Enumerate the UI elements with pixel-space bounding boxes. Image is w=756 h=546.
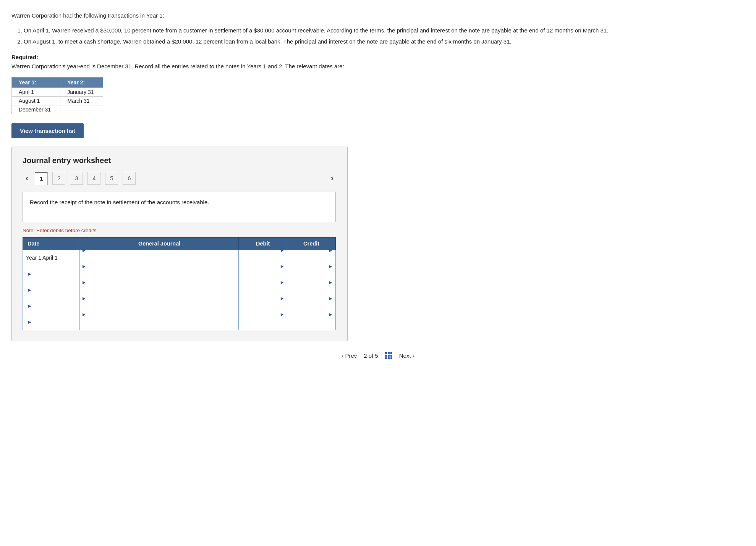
row5-date-arrow: ► xyxy=(26,319,32,325)
row1-credit-input[interactable] xyxy=(287,253,333,269)
row1-debit-arrow: ► xyxy=(278,247,285,253)
intro-item2: On August 1, to meet a cash shortage, Wa… xyxy=(24,37,745,47)
row2-journal-arrow: ► xyxy=(80,263,86,269)
row2-credit-input[interactable] xyxy=(287,269,333,285)
next-button[interactable]: Next › xyxy=(399,352,414,359)
worksheet-container: Journal entry worksheet ‹ 1 2 3 4 5 6 › … xyxy=(11,147,348,341)
year1-date-2: August 1 xyxy=(12,96,60,105)
col-journal-header: General Journal xyxy=(80,237,238,250)
tabs-row: ‹ 1 2 3 4 5 6 › xyxy=(23,172,337,185)
row1-journal-input[interactable] xyxy=(80,253,238,269)
row1-credit-arrow: ► xyxy=(327,247,333,253)
row2-journal-input[interactable] xyxy=(80,269,238,285)
year1-date-3: December 31 xyxy=(12,105,60,114)
row5-journal-arrow: ► xyxy=(80,312,86,317)
row2-debit-arrow: ► xyxy=(278,263,285,269)
dates-table: Year 1: Year 2: April 1 January 31 Augus… xyxy=(11,77,103,114)
tab-prev-arrow[interactable]: ‹ xyxy=(23,173,31,184)
row3-debit-arrow: ► xyxy=(278,279,285,285)
row5-date: ► xyxy=(23,314,80,330)
row4-credit-arrow: ► xyxy=(327,296,333,301)
row5-credit-input[interactable] xyxy=(287,317,333,333)
tab-2[interactable]: 2 xyxy=(52,172,65,185)
tab-3[interactable]: 3 xyxy=(70,172,83,185)
view-transaction-list-button[interactable]: View transaction list xyxy=(11,123,84,138)
row2-credit-arrow: ► xyxy=(327,263,333,269)
worksheet-title: Journal entry worksheet xyxy=(23,156,337,165)
next-arrow-icon: › xyxy=(413,352,414,359)
row3-journal-input[interactable] xyxy=(80,285,238,301)
year2-date-2: March 31 xyxy=(60,96,103,105)
table-row: Year 1 April 1 ► ► ► xyxy=(23,250,336,266)
row5-credit-arrow: ► xyxy=(327,312,333,317)
row4-credit-input[interactable] xyxy=(287,301,333,317)
row3-journal-arrow: ► xyxy=(80,279,86,285)
row1-journal-input-cell[interactable]: ► xyxy=(80,250,238,266)
page-indicator: 2 of 5 xyxy=(364,352,378,359)
row1-date: Year 1 April 1 xyxy=(23,250,80,266)
tab-5[interactable]: 5 xyxy=(105,172,118,185)
row2-date: ► xyxy=(23,266,80,282)
grid-icon xyxy=(385,352,392,359)
row1-debit-input[interactable] xyxy=(239,253,285,269)
tab-4[interactable]: 4 xyxy=(87,172,100,185)
row1-journal-arrow: ► xyxy=(80,247,86,253)
row3-date-arrow: ► xyxy=(26,287,32,293)
bottom-nav: ‹ Prev 2 of 5 Next › xyxy=(11,352,745,359)
prev-button[interactable]: ‹ Prev xyxy=(342,352,357,359)
row5-debit-input[interactable] xyxy=(239,317,285,333)
row5-journal-input[interactable] xyxy=(80,317,238,333)
row3-debit-input[interactable] xyxy=(239,285,285,301)
year2-date-3-empty xyxy=(60,105,103,114)
prev-arrow-icon: ‹ xyxy=(342,352,343,359)
year2-date-1: January 31 xyxy=(60,87,103,96)
required-label: Required: xyxy=(11,54,38,60)
tab-6[interactable]: 6 xyxy=(123,172,136,185)
row4-debit-input[interactable] xyxy=(239,301,285,317)
worksheet-description: Record the receipt of the note in settle… xyxy=(23,192,336,222)
intro-opening: Warren Corporation had the following tra… xyxy=(11,11,745,20)
row4-journal-input[interactable] xyxy=(80,301,238,317)
tab-next-arrow[interactable]: › xyxy=(328,173,337,184)
intro-item1: On April 1, Warren received a $30,000, 1… xyxy=(24,26,745,36)
required-text: Warren Corporation's year-end is Decembe… xyxy=(11,63,344,69)
tab-1[interactable]: 1 xyxy=(35,172,48,185)
row4-journal-arrow: ► xyxy=(80,296,86,301)
row3-credit-arrow: ► xyxy=(327,279,333,285)
col-date-header: Date xyxy=(23,237,80,250)
row4-debit-arrow: ► xyxy=(278,296,285,301)
note-text: Note: Enter debits before credits. xyxy=(23,228,337,233)
row5-debit-arrow: ► xyxy=(278,312,285,317)
year1-date-1: April 1 xyxy=(12,87,60,96)
prev-label: Prev xyxy=(345,352,357,359)
row2-date-arrow: ► xyxy=(26,271,32,277)
row3-credit-input[interactable] xyxy=(287,285,333,301)
journal-table: Date General Journal Debit Credit Year 1… xyxy=(23,237,336,330)
row3-date: ► xyxy=(23,282,80,298)
next-label: Next xyxy=(399,352,411,359)
row4-date-arrow: ► xyxy=(26,303,32,309)
year2-header: Year 2: xyxy=(60,77,103,87)
row4-date: ► xyxy=(23,298,80,314)
year1-header: Year 1: xyxy=(12,77,60,87)
row2-debit-input[interactable] xyxy=(239,269,285,285)
